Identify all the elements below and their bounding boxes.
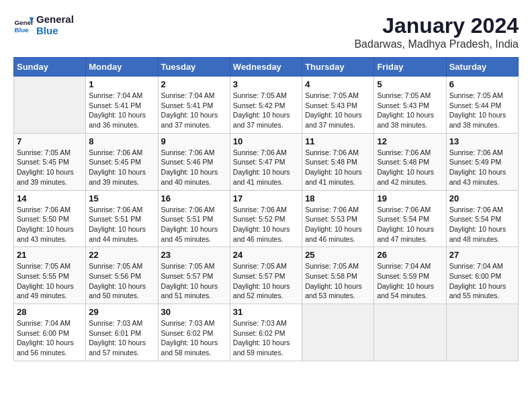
calendar-cell: 5Sunrise: 7:05 AM Sunset: 5:43 PM Daylig… (374, 77, 446, 134)
day-number: 26 (377, 250, 443, 260)
calendar-cell: 4Sunrise: 7:05 AM Sunset: 5:43 PM Daylig… (302, 77, 374, 134)
day-info: Sunrise: 7:04 AM Sunset: 5:41 PM Dayligh… (89, 91, 154, 130)
calendar-cell: 9Sunrise: 7:06 AM Sunset: 5:46 PM Daylig… (158, 133, 230, 190)
logo-line1: General (36, 13, 74, 25)
calendar-header: SundayMondayTuesdayWednesdayThursdayFrid… (14, 58, 519, 77)
day-number: 22 (89, 250, 154, 260)
calendar-header-wednesday: Wednesday (230, 58, 302, 77)
day-number: 24 (233, 250, 299, 260)
page-title: January 2024 (354, 13, 519, 38)
calendar-cell: 24Sunrise: 7:05 AM Sunset: 5:57 PM Dayli… (230, 247, 302, 304)
page-subtitle: Badarwas, Madhya Pradesh, India (354, 38, 519, 50)
day-number: 27 (449, 250, 515, 260)
calendar-cell: 16Sunrise: 7:06 AM Sunset: 5:51 PM Dayli… (158, 190, 230, 247)
day-info: Sunrise: 7:06 AM Sunset: 5:49 PM Dayligh… (449, 148, 515, 187)
calendar-cell: 11Sunrise: 7:06 AM Sunset: 5:48 PM Dayli… (302, 133, 374, 190)
day-info: Sunrise: 7:06 AM Sunset: 5:54 PM Dayligh… (449, 205, 515, 244)
day-info: Sunrise: 7:05 AM Sunset: 5:57 PM Dayligh… (233, 261, 299, 301)
calendar-week-4: 28Sunrise: 7:04 AM Sunset: 6:00 PM Dayli… (14, 304, 519, 361)
calendar-cell: 31Sunrise: 7:03 AM Sunset: 6:02 PM Dayli… (230, 304, 302, 361)
day-number: 29 (89, 307, 154, 317)
calendar-cell: 29Sunrise: 7:03 AM Sunset: 6:01 PM Dayli… (86, 304, 158, 361)
day-info: Sunrise: 7:03 AM Sunset: 6:02 PM Dayligh… (161, 318, 227, 358)
calendar-cell (446, 304, 518, 361)
day-number: 14 (17, 193, 83, 203)
calendar-cell: 18Sunrise: 7:06 AM Sunset: 5:53 PM Dayli… (302, 190, 374, 247)
day-info: Sunrise: 7:06 AM Sunset: 5:52 PM Dayligh… (233, 205, 299, 244)
calendar-cell: 2Sunrise: 7:04 AM Sunset: 5:41 PM Daylig… (158, 77, 230, 134)
day-info: Sunrise: 7:06 AM Sunset: 5:53 PM Dayligh… (305, 205, 371, 244)
page-header: General Blue General Blue January 2024 B… (13, 13, 519, 50)
calendar-cell: 7Sunrise: 7:05 AM Sunset: 5:45 PM Daylig… (14, 133, 86, 190)
day-info: Sunrise: 7:05 AM Sunset: 5:58 PM Dayligh… (305, 261, 371, 301)
calendar-week-0: 1Sunrise: 7:04 AM Sunset: 5:41 PM Daylig… (14, 77, 519, 134)
calendar-cell: 13Sunrise: 7:06 AM Sunset: 5:49 PM Dayli… (446, 133, 518, 190)
calendar-cell: 8Sunrise: 7:06 AM Sunset: 5:45 PM Daylig… (86, 133, 158, 190)
calendar-cell: 1Sunrise: 7:04 AM Sunset: 5:41 PM Daylig… (86, 77, 158, 134)
calendar-cell: 20Sunrise: 7:06 AM Sunset: 5:54 PM Dayli… (446, 190, 518, 247)
calendar-table: SundayMondayTuesdayWednesdayThursdayFrid… (13, 57, 519, 361)
day-number: 18 (305, 193, 371, 203)
day-info: Sunrise: 7:05 AM Sunset: 5:42 PM Dayligh… (233, 91, 299, 130)
calendar-header-thursday: Thursday (302, 58, 374, 77)
day-number: 13 (449, 136, 515, 146)
calendar-cell: 22Sunrise: 7:05 AM Sunset: 5:56 PM Dayli… (86, 247, 158, 304)
day-info: Sunrise: 7:05 AM Sunset: 5:57 PM Dayligh… (161, 261, 227, 301)
day-number: 7 (17, 136, 83, 146)
day-info: Sunrise: 7:06 AM Sunset: 5:46 PM Dayligh… (161, 148, 227, 187)
day-number: 21 (17, 250, 83, 260)
day-number: 10 (233, 136, 299, 146)
calendar-week-3: 21Sunrise: 7:05 AM Sunset: 5:55 PM Dayli… (14, 247, 519, 304)
day-number: 5 (377, 79, 443, 89)
day-number: 3 (233, 79, 299, 89)
calendar-header-sunday: Sunday (14, 58, 86, 77)
day-number: 6 (449, 79, 515, 89)
day-info: Sunrise: 7:05 AM Sunset: 5:43 PM Dayligh… (377, 91, 443, 130)
day-info: Sunrise: 7:06 AM Sunset: 5:51 PM Dayligh… (89, 205, 154, 244)
day-number: 8 (89, 136, 154, 146)
calendar-week-1: 7Sunrise: 7:05 AM Sunset: 5:45 PM Daylig… (14, 133, 519, 190)
calendar-cell: 28Sunrise: 7:04 AM Sunset: 6:00 PM Dayli… (14, 304, 86, 361)
calendar-header-tuesday: Tuesday (158, 58, 230, 77)
calendar-cell: 30Sunrise: 7:03 AM Sunset: 6:02 PM Dayli… (158, 304, 230, 361)
calendar-week-2: 14Sunrise: 7:06 AM Sunset: 5:50 PM Dayli… (14, 190, 519, 247)
calendar-cell: 3Sunrise: 7:05 AM Sunset: 5:42 PM Daylig… (230, 77, 302, 134)
calendar-cell: 12Sunrise: 7:06 AM Sunset: 5:48 PM Dayli… (374, 133, 446, 190)
day-info: Sunrise: 7:05 AM Sunset: 5:44 PM Dayligh… (449, 91, 515, 130)
day-info: Sunrise: 7:05 AM Sunset: 5:55 PM Dayligh… (17, 261, 83, 301)
day-number: 9 (161, 136, 227, 146)
day-info: Sunrise: 7:03 AM Sunset: 6:02 PM Dayligh… (233, 318, 299, 358)
calendar-cell: 21Sunrise: 7:05 AM Sunset: 5:55 PM Dayli… (14, 247, 86, 304)
day-number: 15 (89, 193, 154, 203)
calendar-cell: 17Sunrise: 7:06 AM Sunset: 5:52 PM Dayli… (230, 190, 302, 247)
day-number: 4 (305, 79, 371, 89)
calendar-cell: 23Sunrise: 7:05 AM Sunset: 5:57 PM Dayli… (158, 247, 230, 304)
day-info: Sunrise: 7:06 AM Sunset: 5:50 PM Dayligh… (17, 205, 83, 244)
day-number: 28 (17, 307, 83, 317)
calendar-cell (374, 304, 446, 361)
day-number: 11 (305, 136, 371, 146)
day-number: 19 (377, 193, 443, 203)
day-info: Sunrise: 7:06 AM Sunset: 5:51 PM Dayligh… (161, 205, 227, 244)
logo-icon: General Blue (13, 15, 34, 35)
calendar-header-friday: Friday (374, 58, 446, 77)
calendar-cell: 15Sunrise: 7:06 AM Sunset: 5:51 PM Dayli… (86, 190, 158, 247)
calendar-header-monday: Monday (86, 58, 158, 77)
day-info: Sunrise: 7:06 AM Sunset: 5:45 PM Dayligh… (89, 148, 154, 187)
calendar-cell: 19Sunrise: 7:06 AM Sunset: 5:54 PM Dayli… (374, 190, 446, 247)
day-info: Sunrise: 7:05 AM Sunset: 5:45 PM Dayligh… (17, 148, 83, 187)
day-info: Sunrise: 7:06 AM Sunset: 5:48 PM Dayligh… (377, 148, 443, 187)
calendar-cell: 14Sunrise: 7:06 AM Sunset: 5:50 PM Dayli… (14, 190, 86, 247)
svg-text:Blue: Blue (15, 26, 30, 34)
calendar-cell: 27Sunrise: 7:04 AM Sunset: 6:00 PM Dayli… (446, 247, 518, 304)
title-block: January 2024 Badarwas, Madhya Pradesh, I… (354, 13, 519, 50)
day-info: Sunrise: 7:05 AM Sunset: 5:43 PM Dayligh… (305, 91, 371, 130)
day-info: Sunrise: 7:03 AM Sunset: 6:01 PM Dayligh… (89, 318, 154, 358)
day-info: Sunrise: 7:05 AM Sunset: 5:56 PM Dayligh… (89, 261, 154, 301)
day-info: Sunrise: 7:06 AM Sunset: 5:54 PM Dayligh… (377, 205, 443, 244)
day-number: 16 (161, 193, 227, 203)
day-number: 23 (161, 250, 227, 260)
calendar-cell: 26Sunrise: 7:04 AM Sunset: 5:59 PM Dayli… (374, 247, 446, 304)
day-number: 31 (233, 307, 299, 317)
calendar-cell: 10Sunrise: 7:06 AM Sunset: 5:47 PM Dayli… (230, 133, 302, 190)
